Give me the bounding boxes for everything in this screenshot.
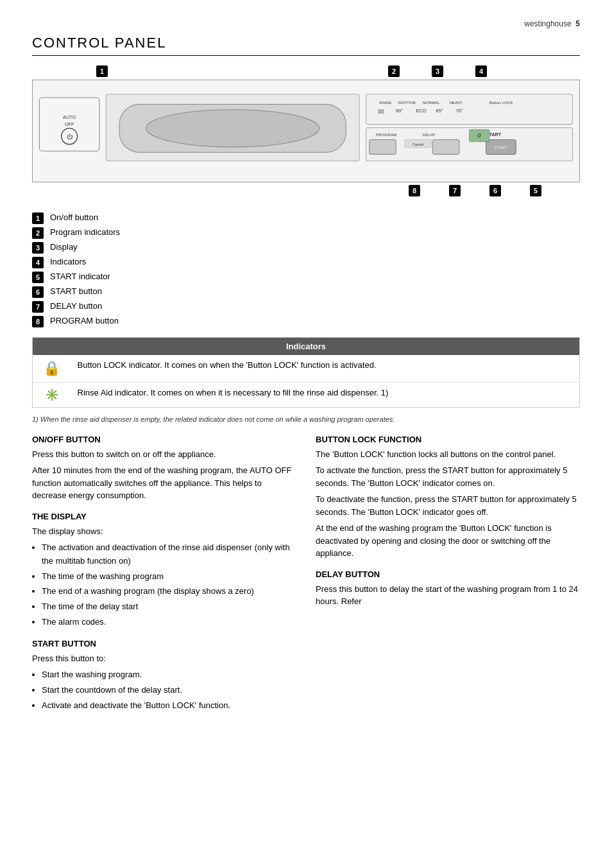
- title-divider: [32, 55, 580, 56]
- svg-text:60°: 60°: [396, 108, 403, 114]
- svg-text:Cancel: Cancel: [412, 143, 424, 146]
- control-panel-diagram: 1 2 3 4 AUTO OFF ⏻ RINSE FASTTAB NORMAL: [32, 65, 580, 196]
- start-button-section-title: START BUTTON: [32, 639, 296, 648]
- display-list: The activation and deactivation of the r…: [42, 541, 296, 629]
- display-intro: The display shows:: [32, 525, 296, 538]
- display-item-4: The time of the delay start: [42, 600, 296, 614]
- display-section-title: THE DISPLAY: [32, 512, 296, 521]
- svg-text:FASTTAB: FASTTAB: [398, 100, 415, 105]
- start-button-item-3: Activate and deactivate the 'Button LOCK…: [42, 699, 296, 713]
- column-right: BUTTON LOCK FUNCTION The 'Button LOCK' f…: [316, 435, 580, 716]
- svg-text:65°: 65°: [436, 108, 443, 114]
- legend-label-8: PROGRAM button: [50, 316, 119, 326]
- on-off-para-2: After 10 minutes from the end of the was…: [32, 464, 296, 502]
- legend-badge-4: 4: [32, 257, 44, 268]
- svg-text:PROGRAM: PROGRAM: [376, 132, 396, 137]
- badge-5: 5: [530, 185, 541, 196]
- rinse-aid-icon-cell: ✳️: [33, 383, 71, 408]
- legend-item-5: 5 START indicator: [32, 272, 580, 283]
- page-header: westinghouse 5: [32, 19, 580, 28]
- badge-7: 7: [449, 185, 461, 196]
- svg-text:⏻: ⏻: [67, 134, 73, 140]
- legend-label-3: Display: [50, 242, 78, 252]
- start-button-item-1: Start the washing program.: [42, 668, 296, 682]
- button-lock-para-1: The 'Button LOCK' function locks all but…: [316, 448, 580, 461]
- brand-label: westinghouse: [524, 19, 571, 28]
- legend-label-4: Indicators: [50, 257, 86, 266]
- badge-6: 6: [489, 185, 501, 196]
- legend-item-4: 4 Indicators: [32, 257, 580, 268]
- svg-text:0: 0: [478, 132, 481, 139]
- on-off-section-title: ON/OFF BUTTON: [32, 435, 296, 444]
- lock-icon: 🔒: [43, 360, 60, 376]
- legend-badge-1: 1: [32, 213, 44, 224]
- delay-button-section-title: DELAY BUTTON: [316, 569, 580, 579]
- column-left: ON/OFF BUTTON Press this button to switc…: [32, 435, 296, 716]
- footnote: 1) When the rinse aid dispenser is empty…: [32, 414, 580, 425]
- legend-item-3: 3 Display: [32, 242, 580, 254]
- content-columns: ON/OFF BUTTON Press this button to switc…: [32, 435, 580, 716]
- legend-badge-6: 6: [32, 286, 44, 298]
- legend-badge-5: 5: [32, 272, 44, 283]
- legend-badge-8: 8: [32, 316, 44, 327]
- legend: 1 On/off button 2 Program indicators 3 D…: [32, 213, 580, 327]
- indicator-row-lock: 🔒 Button LOCK indicator. It comes on whe…: [33, 355, 580, 383]
- lock-icon-cell: 🔒: [33, 355, 71, 383]
- display-item-3: The end of a washing program (the displa…: [42, 585, 296, 598]
- legend-label-5: START indicator: [50, 272, 110, 281]
- svg-text:DELAY: DELAY: [423, 132, 436, 137]
- badge-3: 3: [432, 65, 443, 77]
- svg-text:START: START: [494, 145, 507, 150]
- legend-item-8: 8 PROGRAM button: [32, 316, 580, 327]
- legend-item-7: 7 DELAY button: [32, 301, 580, 313]
- svg-text:Button LOCK: Button LOCK: [489, 100, 513, 105]
- svg-text:AUTO: AUTO: [63, 114, 76, 120]
- rinse-indicator-description: Rinse Aid indicator. It comes on when it…: [71, 383, 580, 408]
- on-off-para-1: Press this button to switch on or off th…: [32, 448, 296, 461]
- indicators-table-heading: Indicators: [33, 338, 580, 356]
- legend-badge-3: 3: [32, 242, 44, 254]
- page-title: CONTROL PANEL: [32, 35, 580, 51]
- start-button-list: Start the washing program. Start the cou…: [42, 668, 296, 712]
- legend-label-7: DELAY button: [50, 301, 102, 311]
- display-item-2: The time of the washing program: [42, 570, 296, 584]
- legend-badge-2: 2: [32, 227, 44, 239]
- panel-svg: AUTO OFF ⏻ RINSE FASTTAB NORMAL HEAVY Bu…: [33, 80, 579, 182]
- button-lock-para-2: To activate the function, press the STAR…: [316, 464, 580, 489]
- svg-text:|||||: |||||: [378, 108, 384, 114]
- display-item-5: The alarm codes.: [42, 616, 296, 629]
- delay-button-para-1: Press this button to delay the start of …: [316, 583, 580, 608]
- svg-text:RINSE: RINSE: [379, 100, 391, 105]
- svg-text:NORMAL: NORMAL: [423, 100, 440, 105]
- svg-text:70°: 70°: [456, 108, 463, 114]
- page-number: 5: [575, 19, 580, 28]
- badge-1: 1: [96, 65, 108, 77]
- svg-point-7: [146, 110, 319, 147]
- legend-badge-7: 7: [32, 301, 44, 313]
- legend-label-2: Program indicators: [50, 227, 120, 237]
- legend-item-6: 6 START button: [32, 286, 580, 298]
- badge-8: 8: [409, 185, 420, 196]
- lock-indicator-description: Button LOCK indicator. It comes on when …: [71, 355, 580, 383]
- start-button-intro: Press this button to:: [32, 652, 296, 665]
- indicator-row-rinse: ✳️ Rinse Aid indicator. It comes on when…: [33, 383, 580, 408]
- badge-2: 2: [388, 65, 400, 77]
- svg-rect-25: [370, 140, 396, 155]
- legend-label-6: START button: [50, 286, 102, 296]
- badge-4: 4: [475, 65, 487, 77]
- svg-rect-26: [432, 140, 459, 155]
- display-item-1: The activation and deactivation of the r…: [42, 541, 296, 568]
- button-lock-para-3: To deactivate the function, press the ST…: [316, 493, 580, 518]
- legend-item-2: 2 Program indicators: [32, 227, 580, 239]
- legend-item-1: 1 On/off button: [32, 213, 580, 224]
- rinse-aid-icon: ✳️: [45, 388, 59, 401]
- button-lock-section-title: BUTTON LOCK FUNCTION: [316, 435, 580, 444]
- svg-text:ECO: ECO: [416, 108, 426, 114]
- svg-text:OFF: OFF: [65, 121, 74, 127]
- svg-text:HEAVY: HEAVY: [449, 100, 463, 105]
- button-lock-para-4: At the end of the washing program the 'B…: [316, 522, 580, 560]
- panel-box: AUTO OFF ⏻ RINSE FASTTAB NORMAL HEAVY Bu…: [32, 80, 580, 182]
- legend-label-1: On/off button: [50, 213, 98, 222]
- indicators-table: Indicators 🔒 Button LOCK indicator. It c…: [32, 337, 580, 408]
- start-button-item-2: Start the countdown of the delay start.: [42, 684, 296, 697]
